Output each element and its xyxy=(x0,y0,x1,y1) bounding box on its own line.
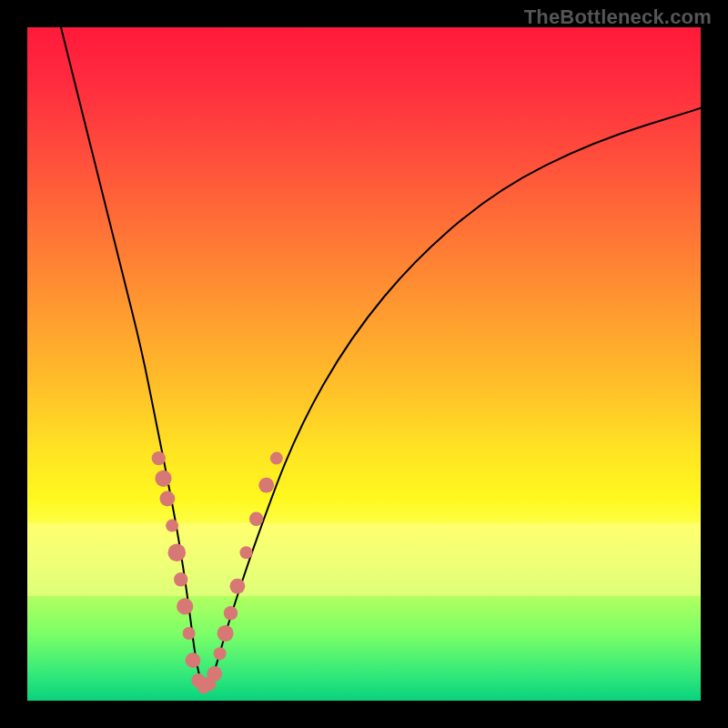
data-marker xyxy=(224,606,238,620)
data-marker xyxy=(155,470,171,487)
data-marker xyxy=(214,647,227,660)
watermark-text: TheBottleneck.com xyxy=(524,5,712,29)
data-marker xyxy=(183,627,196,640)
data-marker xyxy=(160,491,176,507)
bottleneck-curve xyxy=(61,27,701,687)
data-markers-group xyxy=(152,451,283,693)
data-marker xyxy=(186,652,201,668)
data-marker xyxy=(168,543,187,561)
data-marker xyxy=(177,598,193,614)
data-marker xyxy=(207,666,222,682)
data-marker xyxy=(152,451,166,465)
data-marker xyxy=(217,625,234,642)
data-marker xyxy=(249,512,263,526)
data-marker xyxy=(258,478,274,493)
data-marker xyxy=(240,546,253,559)
data-marker xyxy=(166,520,178,532)
data-marker xyxy=(174,572,187,586)
data-marker xyxy=(270,452,283,465)
chart-svg xyxy=(27,27,701,701)
chart-frame xyxy=(27,27,701,701)
data-marker xyxy=(230,579,246,594)
